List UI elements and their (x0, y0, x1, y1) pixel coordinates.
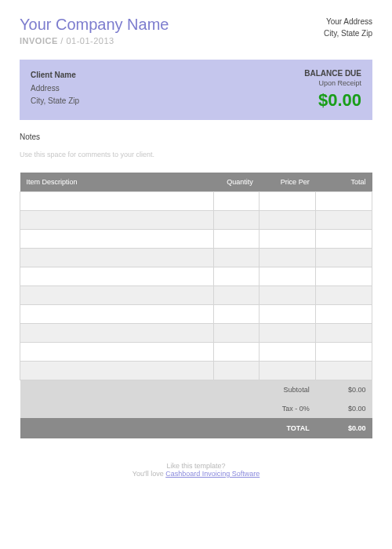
tax-row: Tax - 0% $0.00 (20, 399, 372, 418)
tax-value: $0.00 (316, 399, 372, 418)
balance-amount: $0.00 (304, 90, 361, 111)
subtotal-value: $0.00 (316, 380, 372, 399)
col-item-description: Item Description (20, 173, 214, 192)
your-city-state-zip: City, State Zip (324, 27, 372, 39)
table-row (20, 267, 372, 286)
table-row (20, 230, 372, 249)
invoice-sep: / (58, 36, 67, 45)
table-row (20, 324, 372, 343)
invoice-date-line: INVOICE / 01-01-2013 (20, 36, 169, 45)
line-items-table: Item Description Quantity Price Per Tota… (20, 173, 372, 438)
your-address: Your Address (324, 16, 372, 27)
notes-placeholder: Use this space for comments to your clie… (20, 151, 372, 158)
client-address: Address (31, 82, 79, 95)
notes-heading: Notes (20, 133, 372, 141)
balance-due-label: BALANCE DUE (304, 69, 361, 78)
table-row (20, 192, 372, 211)
invoice-label: INVOICE (20, 36, 58, 45)
col-quantity: Quantity (213, 173, 259, 192)
tax-label: Tax - 0% (260, 399, 316, 418)
table-row (20, 249, 372, 267)
subtotal-label: Subtotal (260, 380, 316, 399)
col-total: Total (316, 173, 372, 192)
cashboard-link[interactable]: Cashboard Invoicing Software (165, 470, 260, 478)
client-balance-panel: Client Name Address City, State Zip BALA… (20, 60, 372, 120)
table-row (20, 211, 372, 230)
footer-tagline: Like this template? (20, 462, 372, 470)
payment-terms: Upon Receipt (304, 79, 361, 87)
client-city-state-zip: City, State Zip (31, 95, 79, 107)
table-row (20, 343, 372, 362)
table-row (20, 362, 372, 380)
total-row: TOTAL $0.00 (20, 418, 372, 438)
subtotal-row: Subtotal $0.00 (20, 380, 372, 399)
total-label: TOTAL (260, 418, 316, 438)
client-name: Client Name (31, 69, 79, 82)
invoice-date: 01-01-2013 (66, 36, 114, 45)
col-price-per: Price Per (260, 173, 316, 192)
table-row (20, 286, 372, 305)
footer-text: You'll love (132, 470, 165, 478)
table-row (20, 305, 372, 324)
total-value: $0.00 (316, 418, 372, 438)
company-name: Your Company Name (20, 16, 169, 34)
